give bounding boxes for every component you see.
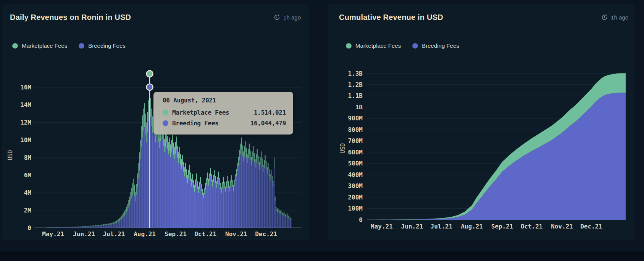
bar-marketplace [248, 149, 249, 158]
bar-breeding [90, 227, 90, 228]
bar-marketplace [199, 182, 200, 189]
bar-breeding [228, 188, 229, 228]
bar-marketplace [237, 163, 238, 171]
bar-breeding [244, 157, 245, 228]
bar-breeding [66, 227, 66, 228]
bar-breeding [245, 152, 245, 228]
cumulative-revenue-area-chart[interactable]: 0100M200M300M400M500M600M700M800M900M1B1… [328, 4, 634, 240]
x-tick-label: Jun.21 [73, 230, 95, 238]
bar-breeding [286, 217, 286, 228]
bar-marketplace [254, 153, 255, 162]
bar-breeding [150, 117, 151, 228]
bar-breeding [128, 208, 129, 228]
bar-breeding [131, 202, 131, 228]
bar-breeding [198, 193, 199, 228]
bar-marketplace [181, 159, 182, 169]
bar-marketplace [168, 142, 169, 154]
bar-marketplace [123, 212, 124, 217]
bar-breeding [240, 154, 240, 228]
bar-marketplace [108, 224, 109, 225]
legend-item-breeding-fees[interactable]: Breeding Fees [412, 42, 459, 49]
x-tick-label: Jun.21 [401, 223, 423, 230]
bar-breeding [157, 131, 158, 228]
bar-marketplace [258, 156, 258, 165]
bar-marketplace [216, 181, 217, 188]
legend-item-breeding-fees[interactable]: Breeding Fees [79, 42, 126, 49]
bar-marketplace [259, 162, 260, 170]
bar-breeding [269, 176, 270, 228]
bar-marketplace [261, 151, 261, 160]
bar-breeding [97, 226, 97, 228]
bar-marketplace [90, 225, 91, 226]
refresh-status[interactable]: 1h ago [601, 14, 628, 21]
bar-breeding [88, 227, 89, 228]
area-breeding[interactable] [375, 93, 626, 220]
bar-marketplace [269, 169, 270, 176]
bar-breeding [219, 185, 220, 228]
bar-breeding [221, 193, 222, 228]
bar-marketplace [123, 214, 123, 218]
bar-marketplace [247, 154, 248, 163]
bar-breeding [134, 196, 135, 228]
bar-marketplace [58, 227, 58, 228]
bar-breeding [52, 227, 53, 228]
bar-marketplace [103, 224, 103, 225]
bar-marketplace [150, 98, 151, 117]
bar-marketplace [93, 225, 94, 226]
bar-marketplace [60, 227, 61, 227]
bar-marketplace [137, 173, 138, 187]
bar-breeding [275, 201, 276, 228]
refresh-status[interactable]: 1h ago [274, 14, 301, 21]
bar-marketplace [191, 178, 192, 186]
bar-breeding [173, 155, 174, 228]
bar-marketplace [126, 209, 126, 214]
bar-breeding [274, 167, 274, 228]
bar-breeding [174, 159, 175, 228]
bar-breeding [268, 170, 268, 228]
legend-item-marketplace-fees[interactable]: Marketplace Fees [12, 42, 67, 49]
bar-marketplace [142, 115, 143, 137]
bar-marketplace [67, 227, 68, 227]
legend-item-marketplace-fees[interactable]: Marketplace Fees [346, 42, 401, 49]
bar-breeding [194, 192, 195, 228]
bar-marketplace [152, 117, 153, 133]
bar-breeding [258, 165, 258, 228]
bar-marketplace [213, 175, 214, 182]
bar-marketplace [283, 213, 284, 216]
refresh-clock-icon[interactable] [274, 14, 280, 21]
y-axis-title: USD [339, 143, 346, 153]
bar-breeding [129, 205, 130, 228]
tooltip-series-value: 1,514,021 [254, 109, 286, 116]
y-tick-label: 2M [24, 207, 31, 214]
bar-marketplace [95, 225, 95, 226]
bar-marketplace [274, 157, 274, 167]
bar-marketplace [136, 192, 136, 201]
tooltip-date: 06 August, 2021 [163, 97, 286, 104]
bar-breeding [160, 141, 161, 228]
bar-breeding [273, 187, 273, 228]
bar-marketplace [222, 182, 223, 189]
bar-breeding [144, 127, 145, 228]
bar-breeding [247, 163, 248, 228]
bar-breeding [256, 163, 257, 228]
bar-breeding [184, 177, 185, 228]
bar-marketplace [250, 151, 250, 160]
bar-breeding [226, 188, 227, 228]
bar-marketplace [136, 184, 137, 195]
bar-breeding [64, 227, 65, 228]
bar-breeding [209, 181, 210, 228]
bar-marketplace [159, 134, 160, 148]
bar-marketplace [146, 123, 147, 142]
bar-breeding [252, 160, 253, 228]
bar-marketplace [232, 180, 233, 187]
bar-breeding [169, 151, 170, 228]
bar-marketplace [73, 227, 73, 227]
y-tick-label: 16M [20, 84, 31, 91]
bar-marketplace [76, 227, 76, 227]
bar-breeding [206, 185, 207, 228]
bar-marketplace [176, 136, 177, 149]
bar-breeding [72, 227, 73, 228]
refresh-clock-icon[interactable] [601, 14, 608, 21]
y-tick-label: 400M [348, 171, 363, 178]
breeding-fees-dot-icon [79, 43, 84, 49]
